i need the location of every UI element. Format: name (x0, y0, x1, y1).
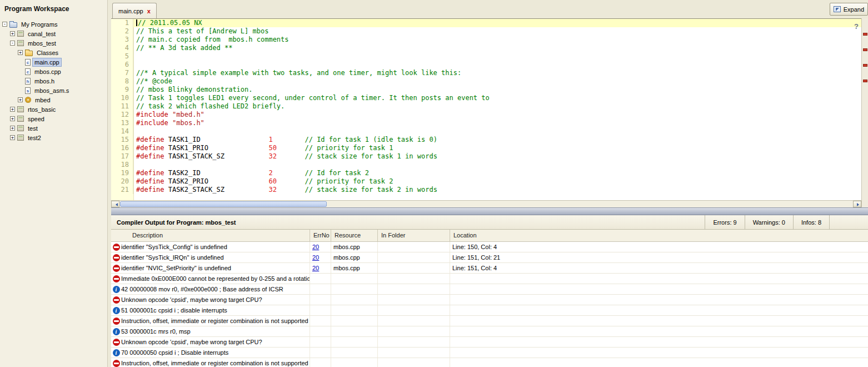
errno-cell (310, 348, 331, 358)
code-editor[interactable]: 1// 2011.05.05 NX2// This a test of [And… (111, 18, 861, 200)
output-row[interactable]: 53 0000001c mrs r0, msp (111, 326, 868, 337)
in-folder-cell (378, 274, 450, 284)
output-row[interactable]: Unknown opcode 'cpsid', maybe wrong targ… (111, 295, 868, 305)
resource-cell (331, 326, 378, 336)
tree-item-test[interactable]: +test (0, 123, 107, 133)
compiler-output-header: Compiler Output for Program: mbos_test E… (111, 215, 868, 230)
error-mark[interactable] (863, 64, 867, 67)
tree-item-my-programs[interactable]: -My Programs (0, 19, 107, 29)
tree-item-test2[interactable]: +test2 (0, 133, 107, 142)
errno-cell (310, 305, 331, 315)
line-number: 11 (111, 102, 133, 111)
warnings-badge: Warnings: 0 (745, 215, 793, 229)
expand-button[interactable]: Expand (830, 3, 868, 16)
tree-item-label: My Programs (19, 21, 59, 28)
tree-item-main-cpp[interactable]: main.cpp (0, 57, 107, 67)
icon-cell (111, 252, 121, 262)
message-text: Immediate 0xE000E000 cannot be represent… (121, 274, 310, 284)
output-row[interactable]: 70 00000050 cpsid i ; Disable interrupts (111, 348, 868, 358)
in-folder-cell (378, 326, 450, 336)
column-header-resource[interactable]: Resource (331, 230, 378, 241)
code-line: 18 (111, 161, 861, 169)
expand-toggle-icon[interactable]: + (10, 107, 15, 112)
in-folder-cell (378, 358, 450, 367)
expand-toggle-icon[interactable]: + (10, 135, 15, 140)
tab-close-icon[interactable]: x (147, 8, 151, 14)
errno-link[interactable]: 20 (312, 254, 319, 261)
error-mark[interactable] (863, 80, 867, 82)
output-row[interactable]: Immediate 0xE000E000 cannot be represent… (111, 274, 868, 284)
code-line: 17#define TASK1_STACK_SZ 32 // stack siz… (111, 152, 861, 161)
message-text: 42 00000008 mov r0, #0xe000e000 ; Base a… (121, 284, 310, 294)
errno-cell (310, 295, 331, 305)
scrollbar-thumb[interactable] (120, 201, 327, 207)
error-mark[interactable] (863, 48, 867, 51)
message-text: identifier "SysTick_Config" is undefined (121, 242, 310, 252)
panel-splitter[interactable] (111, 207, 868, 215)
location-cell (450, 284, 868, 294)
output-row[interactable]: identifier "SysTick_Config" is undefined… (111, 242, 868, 252)
errno-link[interactable]: 20 (312, 265, 319, 271)
icon-cell (111, 348, 121, 358)
errno-link[interactable]: 20 (312, 244, 319, 250)
output-row[interactable]: identifier "SysTick_IRQn" is undefined20… (111, 252, 868, 263)
expand-toggle-icon[interactable]: + (10, 31, 15, 36)
program-tree: -My Programs+canal_test-mbos_test+Classe… (0, 19, 107, 142)
errors-badge: Errors: 9 (705, 215, 744, 229)
tree-item-speed[interactable]: +speed (0, 114, 107, 123)
error-mark[interactable] (863, 33, 867, 36)
tree-item-mbed[interactable]: +mbed (0, 95, 107, 105)
code-line-text: #define TASK1_STACK_SZ 32 // stack size … (133, 152, 861, 161)
output-row[interactable]: 42 00000008 mov r0, #0xe000e000 ; Base a… (111, 284, 868, 295)
expand-toggle-icon[interactable]: + (18, 97, 23, 102)
code-line: 1// 2011.05.05 NX (111, 19, 861, 27)
expand-toggle-icon[interactable]: + (10, 126, 15, 131)
column-header-errno[interactable]: ErrNo (310, 230, 331, 241)
in-folder-cell (378, 263, 450, 273)
info-icon (113, 349, 120, 356)
in-folder-cell (378, 348, 450, 358)
tab-main-cpp[interactable]: main.cpp x (112, 3, 157, 18)
tree-item-mbos-asm-s[interactable]: mbos_asm.s (0, 86, 107, 95)
resource-cell (331, 358, 378, 367)
tree-item-mbos-h[interactable]: mbos.h (0, 76, 107, 86)
collapse-toggle-icon[interactable]: - (10, 41, 15, 46)
expand-toggle-icon[interactable]: + (10, 116, 15, 121)
code-line: 19#define TASK2_ID 2 // Id for task 2 (111, 169, 861, 177)
tree-item-classes[interactable]: +Classes (0, 48, 107, 57)
error-icon (113, 339, 120, 346)
scroll-right-arrow-icon[interactable] (853, 201, 861, 207)
tree-item-canal-test[interactable]: +canal_test (0, 29, 107, 38)
code-line: 11// task 2 which flashed LED2 briefly. (111, 102, 861, 111)
resource-cell (331, 305, 378, 315)
help-icon[interactable]: ? (854, 22, 859, 31)
line-number: 18 (111, 161, 133, 169)
editor-horizontal-scrollbar[interactable] (111, 200, 861, 207)
error-icon (113, 244, 120, 251)
tree-item-mbos-cpp[interactable]: mbos.cpp (0, 67, 107, 76)
code-line: 4// ** A 3d task added ** (111, 44, 861, 52)
line-number: 1 (111, 19, 133, 27)
code-line-text: #include "mbed.h" (133, 111, 861, 119)
location-cell: Line: 151, Col: 21 (450, 252, 868, 262)
output-row[interactable]: Instruction, offset, immediate or regist… (111, 358, 868, 367)
column-header-in-folder[interactable]: In Folder (378, 230, 450, 241)
location-cell: Line: 151, Col: 4 (450, 263, 868, 273)
error-icon (113, 254, 120, 261)
icon-cell (111, 263, 121, 273)
column-header-location[interactable]: Location (450, 230, 868, 241)
line-number: 6 (111, 61, 133, 69)
errno-cell: 20 (310, 263, 331, 273)
column-header-description[interactable]: Description (111, 230, 310, 241)
file-c-icon (25, 59, 31, 66)
scroll-left-arrow-icon[interactable] (111, 201, 119, 207)
output-row[interactable]: identifier "NVIC_SetPriority" is undefin… (111, 263, 868, 274)
output-row[interactable]: Unknown opcode 'cpsid', maybe wrong targ… (111, 337, 868, 348)
output-row[interactable]: Instruction, offset, immediate or regist… (111, 316, 868, 326)
tree-item-mbos-test[interactable]: -mbos_test (0, 38, 107, 48)
output-row[interactable]: 51 0000001c cpsid i ; disable interrupts (111, 305, 868, 316)
collapse-toggle-icon[interactable]: - (2, 22, 7, 27)
tree-item-rtos-basic[interactable]: +rtos_basic (0, 105, 107, 114)
expand-toggle-icon[interactable]: + (18, 50, 23, 55)
code-line-text: #define TASK2_ID 2 // Id for task 2 (133, 169, 861, 177)
